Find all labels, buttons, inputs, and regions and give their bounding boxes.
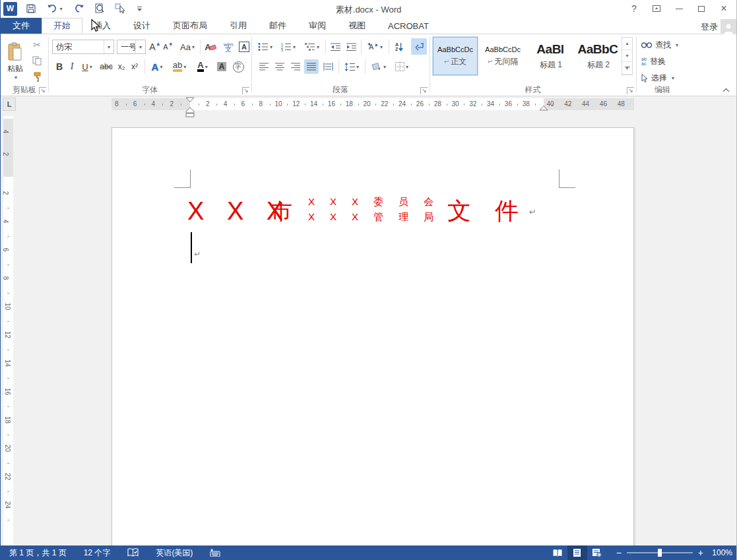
style-card-正文[interactable]: AaBbCcDc ↵正文 [433,37,478,75]
font-size-dropdown-arrow[interactable]: ▾ [135,40,145,53]
shrink-font-button[interactable]: A▼ [162,40,174,54]
help-button[interactable]: ? [625,2,643,15]
print-layout-button[interactable] [567,545,587,560]
tab-开始[interactable]: 开始 [42,18,82,34]
close-button[interactable]: × [715,2,732,15]
zoom-slider-thumb[interactable] [658,549,662,557]
zoom-slider[interactable] [627,552,693,553]
asian-layout-button[interactable]: A▾ [364,40,386,54]
document-page[interactable]: X X X 市 XXX委员会 XXX管理局 文 件 ↵ ↵ [112,127,634,545]
cut-button[interactable]: ✂ [30,38,44,51]
character-shading-button[interactable]: A [214,59,229,74]
font-color-button[interactable]: A▾ [193,59,212,74]
tab-审阅[interactable]: 审阅 [298,18,337,34]
font-size-combo[interactable]: 一号▾ [117,40,146,54]
multilevel-list-button[interactable]: ▾ [302,40,323,54]
sort-button[interactable]: AZ [391,40,407,54]
replace-button[interactable]: abac 替换 [641,56,666,67]
distribute-button[interactable] [320,59,336,74]
change-case-button[interactable]: Aa▾ [177,40,197,54]
decrease-indent-button[interactable] [328,40,342,54]
hanging-indent-marker[interactable] [185,107,195,117]
align-center-button[interactable] [272,59,287,74]
tab-视图[interactable]: 视图 [337,18,377,34]
zoom-in-button[interactable]: + [698,547,703,558]
tab-file[interactable]: 文件 [1,18,42,34]
align-left-button[interactable] [257,59,271,74]
align-right-button[interactable] [288,59,303,74]
tab-引用[interactable]: 引用 [218,18,258,34]
word-count[interactable]: 12 个字 [75,545,119,560]
vertical-ruler[interactable]: 4224681012141618202224 [3,116,13,545]
paragraph-dialog-launcher[interactable]: ↘ [420,87,428,94]
underline-button[interactable]: U▾ [79,59,96,74]
styles-dialog-launcher[interactable]: ↘ [627,87,634,94]
avatar[interactable] [721,19,736,34]
font-name-dropdown-arrow[interactable]: ▾ [104,40,113,53]
font-dialog-launcher[interactable]: ↘ [242,87,249,94]
proofing-status[interactable] [119,545,147,560]
line-spacing-button[interactable]: ▾ [342,59,362,74]
eraser-icon [210,44,216,50]
maximize-button[interactable] [693,2,710,15]
styles-more-button[interactable]: ▼ [622,62,632,75]
web-layout-icon [592,548,602,557]
read-mode-button[interactable] [548,545,567,560]
clipboard-dialog-launcher[interactable]: ↘ [39,87,46,94]
tab-页面布局[interactable]: 页面布局 [162,18,218,34]
first-line-indent-marker[interactable] [185,97,195,102]
tab-ACROBAT[interactable]: ACROBAT [377,18,440,34]
character-border-button[interactable]: A [238,40,251,53]
sign-in-link[interactable]: 登录 [701,21,718,33]
font-name-combo[interactable]: 仿宋▾ [52,40,114,54]
find-button[interactable]: 查找▾ [641,40,678,51]
borders-button[interactable]: ▾ [391,59,412,74]
web-layout-button[interactable] [587,545,607,560]
tab-stop-selector[interactable]: L [3,98,16,111]
document-header: X X X 市 XXX委员会 XXX管理局 文 件 ↵ [112,191,633,232]
horizontal-ruler[interactable]: 8642246810121416182022242628303234363840… [112,98,634,110]
group-font: 仿宋▾ 一号▾ A▲ A▼ Aa▾ A wén文 A B I U▾ abc x₂… [48,34,251,96]
page-indicator[interactable]: 第 1 页，共 1 页 [1,545,75,560]
style-card-标题 2[interactable]: AaBbC 标题 2 [575,37,620,75]
right-indent-marker[interactable] [539,106,548,111]
grow-font-button[interactable]: A▲ [148,40,162,54]
user-icon [722,22,734,34]
strikethrough-button[interactable]: abc [98,59,114,74]
minimize-button[interactable] [670,2,688,15]
style-card-标题 1[interactable]: AaBl 标题 1 [528,37,573,75]
enclose-characters-button[interactable]: 字 [231,59,245,74]
format-painter-button[interactable] [30,70,44,83]
paste-dropdown-arrow[interactable]: ▾ [15,75,17,80]
bold-button[interactable]: B [53,59,65,74]
numbering-button[interactable]: 123▾ [278,40,299,54]
phonetic-guide-button[interactable]: wén文 [220,38,236,55]
justify-button[interactable] [304,59,319,74]
ribbon-display-options-button[interactable] [648,2,665,15]
collapse-ribbon-button[interactable] [722,88,730,92]
tab-邮件[interactable]: 邮件 [258,18,298,34]
superscript-button[interactable]: x² [129,59,141,74]
styles-scroll-down[interactable]: ▼ [622,50,632,63]
italic-button[interactable]: I [67,59,77,74]
subscript-button[interactable]: x₂ [115,59,127,74]
show-hide-marks-button[interactable] [411,38,427,55]
shading-button[interactable]: ▾ [368,59,389,74]
styles-scroll-up[interactable]: ▲ [622,38,632,50]
language-indicator[interactable]: 英语(美国) [147,545,201,560]
input-mode-indicator[interactable] [201,545,229,560]
highlight-color-button[interactable]: ab▾ [170,59,189,74]
style-card-无间隔[interactable]: AaBbCcDc ↵无间隔 [480,37,525,75]
zoom-percentage[interactable]: 100% [703,548,732,557]
tab-设计[interactable]: 设计 [122,18,162,34]
tab-插入[interactable]: 插入 [82,18,122,34]
replace-icon: abac [641,57,647,66]
zoom-out-button[interactable]: − [616,547,622,558]
increase-indent-button[interactable] [344,40,358,54]
select-button[interactable]: 选择▾ [641,73,674,84]
clear-formatting-button[interactable]: A [203,40,218,54]
text-effects-button[interactable]: A▾ [148,59,166,74]
copy-button[interactable] [30,54,44,67]
bullets-button[interactable]: ▾ [255,40,275,54]
paste-button[interactable]: 粘贴 ▾ [3,37,27,86]
